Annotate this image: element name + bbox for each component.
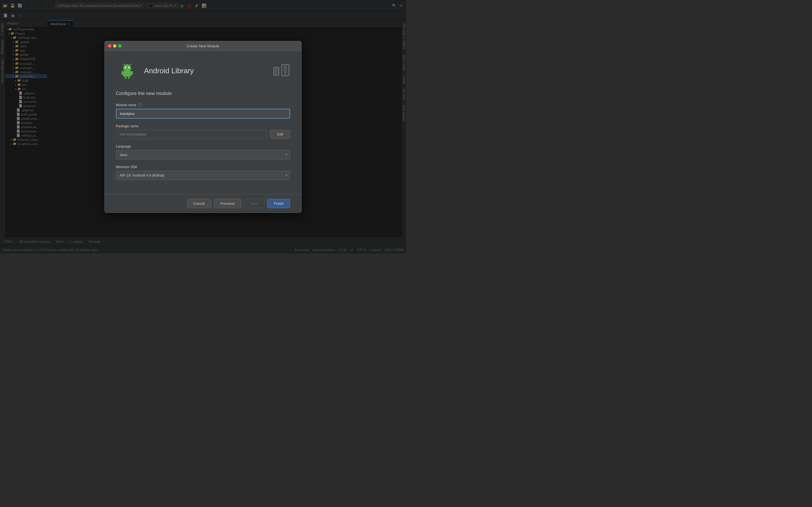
svg-point-2 [128,67,130,68]
svg-rect-9 [128,76,130,79]
svg-line-3 [123,64,124,65]
module-name-input[interactable] [116,109,290,119]
module-type-title: Android Library [144,66,194,75]
package-name-group: Package name com.lmy.toastplus Edit [116,124,290,139]
modal-footer: Cancel Previous Next Finish [105,194,301,213]
minimize-button[interactable] [113,44,116,48]
modal-overlay: Create New Module [0,0,406,253]
minimum-sdk-group: Minimum SDK API 19: Android 4.4 (KitKat)… [116,165,290,180]
edit-package-name-button[interactable]: Edit [270,130,290,139]
create-new-module-dialog: Create New Module [104,41,302,213]
modal-header-section: Android Library [116,60,290,82]
svg-point-1 [125,67,126,68]
previous-button[interactable]: Previous [214,199,241,208]
close-button[interactable] [108,44,111,48]
minimum-sdk-select[interactable]: API 19: Android 4.4 (KitKat) API 21: And… [116,171,290,180]
device-preview-icon [273,64,290,78]
svg-rect-11 [284,65,287,73]
language-label: Language [116,145,290,149]
svg-rect-5 [123,71,131,76]
svg-line-4 [130,64,132,65]
modal-body: Android Library Configure the ne [105,51,301,194]
modal-title: Create New Module [187,44,219,48]
finish-button[interactable]: Finish [267,199,290,208]
traffic-lights [108,44,121,48]
svg-rect-8 [125,76,126,79]
svg-rect-6 [121,71,123,75]
modal-titlebar: Create New Module [105,41,301,51]
module-name-group: Module name ? [116,103,290,119]
package-name-label: Package name [116,124,290,128]
minimum-sdk-select-wrapper: API 19: Android 4.4 (KitKat) API 21: And… [116,171,290,180]
language-select-wrapper: Java Kotlin [116,150,290,159]
svg-rect-7 [131,71,133,75]
svg-rect-12 [285,74,286,74]
svg-rect-14 [274,68,278,73]
cancel-button[interactable]: Cancel [187,199,211,208]
minimum-sdk-label: Minimum SDK [116,165,290,169]
package-name-row: com.lmy.toastplus Edit [116,130,290,139]
maximize-button[interactable] [118,44,121,48]
next-button: Next [244,199,265,208]
module-type-label: Android Library [144,66,194,75]
module-type-icon [116,60,139,82]
module-name-label: Module name ? [116,103,290,107]
svg-rect-15 [275,74,277,74]
language-select[interactable]: Java Kotlin [116,150,290,159]
language-group: Language Java Kotlin [116,145,290,159]
configure-section-title: Configure the new module [116,91,290,96]
module-name-help-icon[interactable]: ? [138,103,142,107]
package-name-display: com.lmy.toastplus [116,130,267,139]
